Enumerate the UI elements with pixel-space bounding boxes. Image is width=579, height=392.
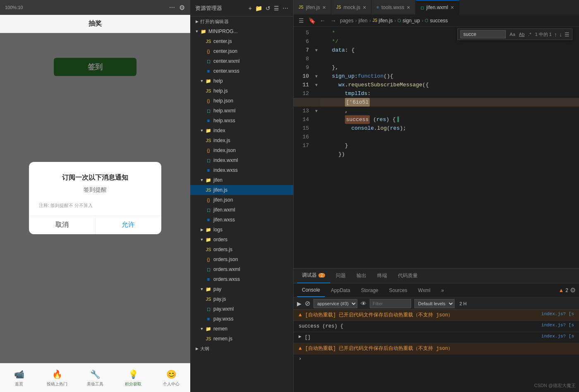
- collapse-arrow-10[interactable]: ▼: [312, 72, 321, 81]
- more-icon[interactable]: ⋯: [282, 5, 288, 12]
- tab-code-quality[interactable]: 代码质量: [393, 268, 423, 283]
- tree-item-jifen-json[interactable]: {} jifen.json: [190, 195, 293, 205]
- console-tab-sources[interactable]: Sources: [384, 284, 412, 297]
- tree-item-help-wxml[interactable]: ◻ help.wxml: [190, 106, 293, 116]
- tree-item-jifen-folder[interactable]: ▼ 📁 jifen: [190, 175, 293, 185]
- log-levels-select[interactable]: Default levels: [414, 299, 455, 308]
- tab-jifen-wxml[interactable]: ◻ jifen.wxml ×: [416, 0, 459, 14]
- console-tab-wxml[interactable]: Wxml: [413, 284, 435, 297]
- tree-item-center-js[interactable]: JS center.js: [190, 36, 293, 46]
- search-prev-button[interactable]: ↑: [554, 31, 557, 38]
- new-folder-icon[interactable]: 📁: [255, 5, 262, 12]
- tab-home[interactable]: 📹 首页: [0, 369, 38, 387]
- console-settings-icon[interactable]: ⚙: [570, 286, 576, 294]
- console-filter-input[interactable]: [370, 299, 411, 308]
- tree-item-index-js[interactable]: JS index.js: [190, 135, 293, 145]
- tree-item-pay-folder[interactable]: ▼ 📁 pay: [190, 284, 293, 294]
- tab-problems[interactable]: 问题: [331, 268, 351, 283]
- console-source-success[interactable]: index.js? [s: [541, 323, 574, 328]
- tab-jifen-js[interactable]: JS jifen.js ×: [294, 0, 331, 14]
- tree-item-orders-wxss[interactable]: ≡ orders.wxss: [190, 274, 293, 284]
- search-input[interactable]: [460, 30, 506, 38]
- console-text-array: []: [305, 334, 538, 341]
- expand-array-icon[interactable]: ▶: [299, 334, 301, 339]
- tab-close-icon[interactable]: ×: [363, 4, 366, 11]
- open-editors-section[interactable]: ▶ 打开的编辑器: [190, 17, 293, 26]
- collapse-arrow-13[interactable]: ▼: [312, 107, 321, 115]
- tree-item-index-json[interactable]: {} index.json: [190, 145, 293, 155]
- execute-icon[interactable]: ▶: [297, 300, 301, 307]
- tree-item-center-wxss[interactable]: ≡ center.wxss: [190, 66, 293, 76]
- tree-item-center-json[interactable]: {} center.json: [190, 46, 293, 56]
- code-line-13: ,: [321, 107, 579, 115]
- tab-close-icon[interactable]: ×: [407, 4, 410, 11]
- tab-tools[interactable]: 🔧 美妆工具: [76, 369, 114, 387]
- tree-item-orders-folder[interactable]: ▼ 📁 orders: [190, 235, 293, 245]
- file-explorer-title: 资源管理器: [195, 5, 222, 12]
- outline-section[interactable]: ▶ 大纲: [190, 344, 293, 354]
- search-ab-option[interactable]: Ab: [518, 31, 526, 37]
- tree-item-index-wxml[interactable]: ◻ index.wxml: [190, 155, 293, 165]
- tree-item-orders-js[interactable]: JS orders.js: [190, 245, 293, 254]
- warning-source-1[interactable]: index.js? [s: [541, 311, 574, 316]
- search-close-button[interactable]: ☰: [565, 31, 569, 38]
- tree-item-remen-folder[interactable]: ▼ 📁 remen: [190, 324, 293, 334]
- tab-close-icon[interactable]: ×: [450, 4, 454, 11]
- console-line-array: ▶ [] index.js? [s: [294, 332, 579, 343]
- tab-terminal[interactable]: 终端: [372, 268, 392, 283]
- miniprogram-section[interactable]: ▼ 📁 MINIPROG...: [190, 26, 293, 36]
- folder-icon: 📁: [205, 286, 212, 292]
- tree-item-pay-wxml[interactable]: ◻ pay.wxml: [190, 304, 293, 314]
- forward-icon[interactable]: →: [329, 17, 337, 25]
- back-icon[interactable]: ←: [318, 17, 327, 25]
- tab-mock-js[interactable]: JS mock.js ×: [331, 0, 372, 14]
- line-num-12: 12: [294, 89, 312, 98]
- tree-item-jifen-wxss[interactable]: ≡ jifen.wxss: [190, 215, 293, 225]
- tree-item-orders-wxml[interactable]: ◻ orders.wxml: [190, 264, 293, 274]
- tab-hot[interactable]: 🔥 投稿上热门: [38, 369, 76, 387]
- console-tab-console[interactable]: Console: [297, 284, 325, 297]
- collapse-icon[interactable]: ☰: [274, 5, 279, 12]
- tree-item-jifen-js[interactable]: JS jifen.js: [190, 185, 293, 195]
- service-selector[interactable]: appservice (#3): [313, 299, 357, 308]
- js-icon: JS: [205, 137, 212, 144]
- search-regex-option[interactable]: .*: [527, 31, 532, 37]
- tree-item-logs-folder[interactable]: ▶ 📁 logs: [190, 225, 293, 235]
- tree-item-pay-js[interactable]: JS pay.js: [190, 294, 293, 304]
- refresh-icon[interactable]: ↺: [266, 5, 270, 12]
- search-next-button[interactable]: ↓: [560, 31, 562, 38]
- tree-item-jifen-wxml[interactable]: ◻ jifen.wxml: [190, 205, 293, 215]
- tab-output[interactable]: 输出: [352, 268, 371, 283]
- collapse-arrow-7[interactable]: ▼: [312, 46, 321, 55]
- tree-item-pay-wxss[interactable]: ≡ pay.wxss: [190, 314, 293, 324]
- phone-top-bar: 100%:10 ⋯ ⚙: [0, 0, 190, 15]
- tab-points[interactable]: 💡 积分获取: [114, 369, 152, 387]
- tab-profile[interactable]: 😊 个人中心: [152, 369, 190, 387]
- modal-cancel-button[interactable]: 取消: [29, 216, 96, 234]
- block-icon[interactable]: ⊘: [305, 299, 310, 307]
- console-tab-storage[interactable]: Storage: [356, 284, 383, 297]
- new-file-icon[interactable]: +: [249, 5, 252, 12]
- tree-item-remen-js[interactable]: JS remen.js: [190, 334, 293, 344]
- console-tab-appdata[interactable]: AppData: [326, 284, 355, 297]
- tab-debugger[interactable]: 调试器 2: [297, 268, 330, 283]
- tree-item-help-wxss[interactable]: ≡ help.wxss: [190, 116, 293, 126]
- tree-item-index-folder[interactable]: ▼ 📁 index: [190, 126, 293, 135]
- bookmark-icon[interactable]: 🔖: [308, 17, 316, 25]
- tab-tools-wxss[interactable]: ≡ tools.wxss ×: [371, 0, 415, 14]
- tree-item-help-js[interactable]: JS help.js: [190, 86, 293, 96]
- tree-item-help-json[interactable]: {} help.json: [190, 96, 293, 106]
- modal-confirm-button[interactable]: 允许: [96, 216, 162, 234]
- tree-item-index-wxss[interactable]: ≡ index.wxss: [190, 165, 293, 175]
- eye-icon[interactable]: 👁: [361, 300, 366, 307]
- console-source-array[interactable]: index.js? [s: [541, 334, 574, 339]
- console-tab-more[interactable]: »: [436, 284, 449, 297]
- menu-icon[interactable]: ☰: [297, 17, 305, 25]
- tree-item-orders-json[interactable]: {} orders.json: [190, 254, 293, 264]
- tree-item-help-folder[interactable]: ▼ 📁 help: [190, 76, 293, 86]
- search-aa-option[interactable]: Aa: [508, 31, 516, 37]
- tree-item-center-wxml[interactable]: ◻ center.wxml: [190, 56, 293, 66]
- tab-close-icon[interactable]: ×: [323, 4, 326, 11]
- miniprogram-label: MINIPROG...: [208, 29, 238, 34]
- collapse-arrow-11[interactable]: ▼: [312, 81, 321, 89]
